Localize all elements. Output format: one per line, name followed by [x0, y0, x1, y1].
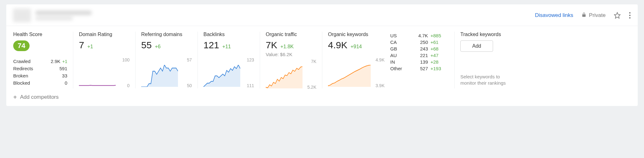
header-actions: Disavowed links Private — [535, 12, 631, 19]
backlinks-delta: +11 — [222, 44, 231, 50]
redirects-row: Redirects 591 — [13, 66, 67, 71]
redirects-label: Redirects — [13, 66, 33, 71]
disavowed-links-link[interactable]: Disavowed links — [535, 12, 573, 18]
country-code: CA — [390, 40, 409, 45]
project-thumbnail — [13, 9, 31, 22]
add-tracked-keywords-button[interactable]: Add — [460, 40, 493, 52]
dashboard-header: Disavowed links Private — [6, 4, 638, 26]
add-competitors-button[interactable]: + Add competitors — [13, 94, 631, 100]
chart-axis-top: 123 — [247, 57, 254, 62]
domain-rating-value: 7 — [79, 40, 84, 50]
kebab-icon — [629, 12, 631, 19]
chart-axis-bottom: 111 — [247, 83, 254, 88]
country-delta: +28 — [428, 59, 447, 65]
star-icon — [614, 12, 621, 19]
crawled-value: 2.9K — [51, 59, 60, 64]
referring-domains-title: Referring domains — [141, 32, 192, 37]
referring-domains-value: 55 — [141, 40, 152, 50]
organic-keywords-chart: 4.9K 3.9K — [328, 59, 385, 87]
organic-keywords-value: 4.9K — [328, 40, 347, 50]
organic-traffic-panel: Organic traffic 7K +1.8K Value: $6.2K 7K… — [260, 32, 322, 88]
country-code: Other — [390, 66, 409, 71]
backlinks-chart: 123 111 — [203, 59, 254, 87]
country-delta: +193 — [428, 66, 447, 71]
country-code: US — [390, 33, 409, 38]
health-score-badge: 74 — [13, 40, 30, 51]
country-row-us[interactable]: US4.7K+885 — [390, 33, 449, 38]
country-value: 139 — [409, 59, 428, 65]
chart-axis-top: 7K — [311, 59, 316, 64]
country-value: 527 — [409, 66, 428, 71]
country-delta: +47 — [428, 53, 447, 58]
redirects-value: 591 — [59, 66, 67, 71]
chart-axis-bottom: 50 — [187, 83, 192, 88]
referring-domains-panel: Referring domains 55 +6 57 50 — [135, 32, 197, 88]
favorite-button[interactable] — [614, 12, 621, 19]
backlinks-value: 121 — [203, 40, 219, 50]
country-code: IN — [390, 59, 409, 65]
dashboard-card: Disavowed links Private Health — [6, 4, 638, 106]
tracked-keywords-title: Tracked keywords — [460, 32, 508, 37]
country-row-ca[interactable]: CA250+61 — [390, 40, 449, 45]
domain-rating-chart: 100 0 — [79, 59, 130, 87]
health-score-panel: Health Score 74 Crawled 2.9K+1 Redirects… — [13, 32, 73, 88]
backlinks-title: Backlinks — [203, 32, 254, 37]
referring-domains-chart: 57 50 — [141, 59, 192, 87]
chart-axis-bottom: 0 — [127, 83, 130, 88]
broken-row: Broken 33 — [13, 73, 67, 78]
country-delta: +885 — [428, 33, 447, 38]
blocked-label: Blocked — [13, 80, 30, 86]
referring-domains-delta: +6 — [155, 44, 160, 50]
privacy-label: Private — [589, 12, 606, 18]
country-code: AU — [390, 53, 409, 58]
organic-keywords-title: Organic keywords — [328, 32, 385, 37]
backlinks-panel: Backlinks 121 +11 123 111 — [197, 32, 260, 88]
broken-label: Broken — [13, 73, 28, 78]
chart-axis-bottom: 5.2K — [307, 85, 316, 90]
organic-traffic-chart: 7K 5.2K — [266, 60, 316, 88]
metrics-row: Health Score 74 Crawled 2.9K+1 Redirects… — [6, 26, 638, 91]
chart-axis-top: 100 — [122, 57, 130, 62]
plus-icon: + — [13, 94, 17, 100]
country-delta: +61 — [428, 40, 447, 45]
blocked-value: 0 — [65, 80, 67, 86]
lock-icon — [581, 12, 586, 19]
svg-point-2 — [629, 15, 630, 16]
health-score-title: Health Score — [13, 32, 67, 37]
domain-rating-delta: +1 — [87, 44, 93, 50]
country-row-gb[interactable]: GB243+68 — [390, 46, 449, 51]
tracked-keywords-panel: Tracked keywords Add Select keywords to … — [454, 32, 514, 88]
crawled-row: Crawled 2.9K+1 — [13, 59, 67, 64]
country-value: 4.7K — [409, 33, 428, 38]
privacy-indicator[interactable]: Private — [581, 12, 606, 19]
country-row-in[interactable]: IN139+28 — [390, 59, 449, 65]
svg-point-1 — [629, 12, 630, 13]
dashboard-footer: + Add competitors — [6, 91, 638, 106]
country-value: 243 — [409, 46, 428, 51]
organic-keywords-countries: US4.7K+885 CA250+61 GB243+68 AU221+47 IN… — [390, 32, 449, 88]
domain-rating-title: Domain Rating — [79, 32, 130, 37]
organic-traffic-value: 7K — [266, 40, 277, 50]
country-value: 250 — [409, 40, 428, 45]
country-delta: +68 — [428, 46, 447, 51]
organic-keywords-delta: +914 — [351, 44, 362, 50]
organic-keywords-panel: Organic keywords 4.9K +914 4.9K 3.9K US4… — [322, 32, 454, 88]
country-code: GB — [390, 46, 409, 51]
country-value: 221 — [409, 53, 428, 58]
organic-traffic-title: Organic traffic — [266, 32, 316, 37]
domain-rating-panel: Domain Rating 7 +1 100 0 — [73, 32, 135, 88]
add-competitors-label: Add competitors — [20, 94, 59, 100]
project-identity — [13, 9, 535, 22]
svg-marker-0 — [614, 13, 620, 18]
country-row-au[interactable]: AU221+47 — [390, 53, 449, 58]
country-row-other[interactable]: Other527+193 — [390, 66, 449, 71]
chart-axis-bottom: 3.9K — [375, 83, 385, 88]
chart-axis-top: 57 — [187, 57, 192, 62]
crawled-label: Crawled — [13, 59, 31, 64]
broken-value: 33 — [62, 73, 67, 78]
tracked-keywords-help: Select keywords to monitor their ranking… — [460, 74, 508, 87]
chart-axis-top: 4.9K — [375, 57, 385, 62]
crawled-delta: +1 — [62, 59, 67, 64]
blocked-row: Blocked 0 — [13, 80, 67, 86]
more-menu-button[interactable] — [629, 12, 631, 19]
